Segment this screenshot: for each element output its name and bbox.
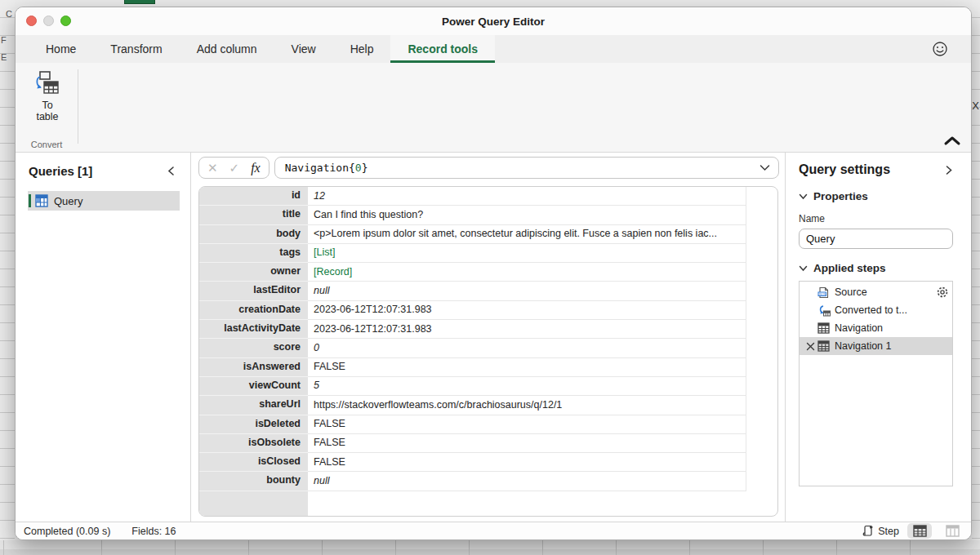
field-value: 12	[308, 187, 746, 206]
record-row-title: titleCan I find this question?	[199, 206, 777, 224]
field-value: FALSE	[308, 358, 746, 377]
background-text-fragment: E	[1, 52, 7, 62]
feedback-smiley-icon[interactable]	[932, 41, 948, 57]
field-value: null	[308, 282, 746, 300]
applied-steps-section-header[interactable]: Applied steps	[799, 262, 953, 274]
background-text-fragment: C	[6, 9, 12, 19]
record-row-lastActivityDate: lastActivityDate2023-06-12T12:07:31.983	[199, 320, 777, 339]
collapse-queries-chevron-left-icon[interactable]	[167, 166, 176, 176]
step-settings-gear-icon[interactable]	[936, 286, 949, 299]
formula-expand-chevron-down-icon[interactable]	[760, 164, 770, 171]
formula-buttons-group: ✕ ✓ fx	[198, 157, 270, 179]
query-name-input[interactable]	[799, 229, 953, 249]
applied-step-converted-to-t[interactable]: Converted to t...	[800, 301, 952, 319]
cancel-formula-icon[interactable]: ✕	[207, 162, 218, 174]
collapse-ribbon-chevron-up-icon[interactable]	[943, 135, 961, 149]
field-value: FALSE	[308, 434, 746, 453]
field-name: tags	[199, 244, 308, 263]
excel-background-grid-bottom	[0, 540, 980, 555]
record-row-tags: tags[List]	[199, 244, 777, 263]
record-row-lastEditor: lastEditornull	[199, 282, 777, 300]
status-fields-count: Fields: 16	[131, 526, 176, 537]
step-label: Converted to t...	[835, 304, 949, 316]
step-label: Source	[835, 286, 936, 298]
field-name: viewCount	[199, 377, 308, 396]
background-text-fragment: F	[1, 35, 7, 45]
record-row-isObsolete: isObsoleteFALSE	[199, 434, 777, 453]
zoom-button[interactable]	[60, 16, 71, 26]
center-panel: ✕ ✓ fx Navigation{0} id12titleCan I find…	[191, 153, 785, 522]
field-value: 2023-06-12T12:07:31.983	[308, 320, 746, 339]
field-name: creationDate	[199, 301, 308, 320]
applied-step-source[interactable]: JSONSource	[800, 283, 952, 301]
applied-step-navigation-1[interactable]: Navigation 1	[800, 337, 952, 355]
record-row-id: id12	[199, 187, 777, 206]
background-close-fragment: X	[972, 100, 979, 112]
field-name: isClosed	[199, 453, 308, 472]
field-name: id	[199, 187, 308, 206]
field-value: 2023-06-12T12:07:31.983	[308, 301, 746, 320]
to-table-label: To table	[36, 100, 58, 123]
field-name: shareUrl	[199, 396, 308, 415]
column-view-toggle[interactable]	[940, 523, 964, 539]
field-name: owner	[199, 263, 308, 282]
field-name: isDeleted	[199, 415, 308, 434]
query-item-label: Query	[54, 195, 82, 207]
convert-step-icon	[817, 304, 831, 317]
field-name: lastEditor	[199, 282, 308, 300]
field-value[interactable]: [List]	[308, 244, 746, 263]
record-row-bounty: bountynull	[199, 472, 777, 491]
field-name: body	[199, 225, 308, 244]
field-name: bounty	[199, 472, 308, 491]
status-completed: Completed (0.09 s)	[24, 526, 110, 537]
formula-index: 0	[355, 162, 362, 174]
main-content: Queries [1] Query	[16, 153, 971, 522]
tab-transform[interactable]: Transform	[93, 35, 179, 63]
tab-record-tools[interactable]: Record tools	[390, 35, 495, 63]
field-value[interactable]: [Record]	[308, 263, 746, 282]
field-value: <p>Lorem ipsum dolor sit amet, consectet…	[308, 225, 746, 244]
tab-view[interactable]: View	[274, 35, 333, 63]
tab-add-column[interactable]: Add column	[180, 35, 274, 63]
excel-background-sheet-tab	[124, 0, 155, 4]
queries-panel-header: Queries [1]	[16, 153, 190, 184]
step-script-button[interactable]: Step	[862, 525, 899, 537]
record-row-owner: owner[Record]	[199, 263, 777, 282]
step-label: Step	[878, 526, 899, 537]
field-value: 0	[308, 339, 746, 357]
selected-query-indicator	[29, 194, 31, 207]
field-value: FALSE	[308, 415, 746, 434]
record-row-viewCount: viewCount5	[199, 377, 777, 396]
window-title: Power Query Editor	[442, 16, 545, 28]
commit-formula-icon[interactable]: ✓	[229, 162, 240, 174]
close-button[interactable]	[26, 16, 37, 26]
delete-step-icon[interactable]	[803, 342, 817, 351]
formula-input[interactable]: Navigation{0}	[274, 157, 779, 179]
table-view-toggle[interactable]	[907, 523, 932, 539]
properties-section-header[interactable]: Properties	[799, 190, 953, 202]
name-field-label: Name	[799, 213, 953, 224]
status-bar: Completed (0.09 s) Fields: 16 Step	[16, 522, 971, 539]
ribbon-tab-strip: HomeTransformAdd columnViewHelpRecord to…	[16, 35, 971, 63]
svg-text:JSON: JSON	[818, 292, 826, 295]
formula-text: Navigation{	[285, 162, 355, 174]
tab-help[interactable]: Help	[333, 35, 391, 63]
queries-panel-title: Queries [1]	[29, 164, 92, 178]
field-name: isObsolete	[199, 434, 308, 453]
query-list-item[interactable]: Query	[28, 191, 180, 211]
fx-add-step-icon[interactable]: fx	[251, 161, 261, 175]
field-name: isAnswered	[199, 358, 308, 377]
field-name: lastActivityDate	[199, 320, 308, 339]
tab-home[interactable]: Home	[29, 35, 93, 63]
record-row-isDeleted: isDeletedFALSE	[199, 415, 777, 434]
ribbon-group-divider	[78, 69, 78, 144]
field-value: https://stackoverflowteams.com/c/brachio…	[308, 396, 746, 415]
formula-text-close: }	[362, 162, 368, 174]
field-name: title	[199, 206, 308, 224]
applied-step-navigation[interactable]: Navigation	[800, 319, 952, 337]
minimize-button[interactable]	[43, 16, 54, 26]
to-table-button[interactable]: To table	[22, 69, 73, 130]
applied-steps-label: Applied steps	[813, 262, 886, 274]
formula-bar: ✕ ✓ fx Navigation{0}	[191, 153, 785, 182]
collapse-settings-chevron-right-icon[interactable]	[945, 165, 953, 175]
